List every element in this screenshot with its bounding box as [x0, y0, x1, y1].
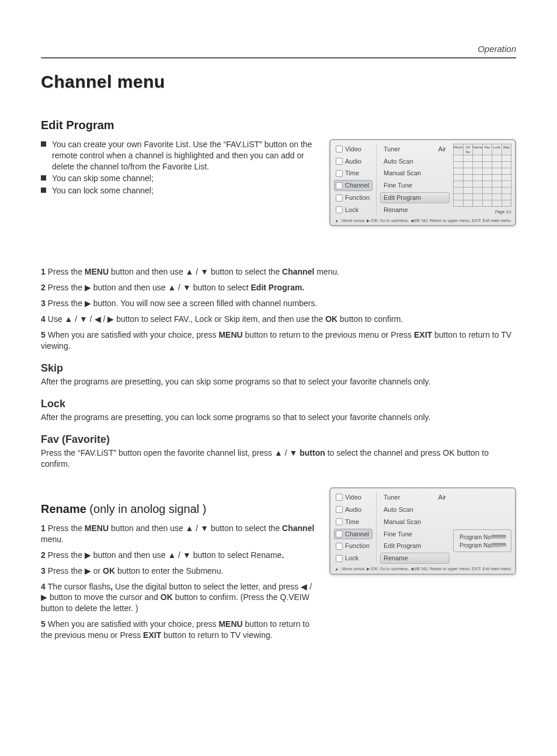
osd-grid-header: Name [472, 144, 482, 155]
bullet-icon [41, 141, 46, 147]
section-header: Operation [41, 43, 516, 57]
heading-lock: Lock [41, 397, 516, 411]
osd-grid: MusicCh NoNameFavLockSkip Page 1/1 [453, 144, 511, 216]
osd-main-item: Edit Program [380, 192, 450, 203]
heading-edit-program: Edit Program [41, 117, 516, 133]
osd-sidebar-item-channel: Channel [334, 529, 373, 540]
menu-icon [336, 206, 343, 213]
body-lock: After the programs are presetting, you c… [41, 412, 516, 423]
menu-icon [336, 494, 343, 501]
menu-icon [336, 530, 343, 537]
osd-sidebar-item-channel: Channel [334, 180, 373, 191]
osd-sidebar-label: Function [345, 542, 370, 550]
menu-icon [336, 543, 343, 550]
osd-info-row: Program No [457, 533, 507, 540]
osd-main-value: Air [438, 493, 446, 502]
osd-main-item: Rename [380, 553, 450, 564]
osd-main-label: Edit Program [384, 193, 421, 202]
osd-panel-2: VideoAudioTimeChannelFunctionLock TunerA… [329, 487, 516, 575]
step-text: Press the MENU button and then use ▲ / ▼… [48, 267, 339, 276]
osd-info-row: Program Name [457, 542, 507, 548]
osd-main-label: Auto Scan [384, 157, 413, 166]
osd-grid-row [453, 188, 511, 194]
osd-sidebar-item-video: Video [334, 144, 373, 155]
osd-main-label: Fine Tune [384, 530, 412, 539]
bullet-icon [41, 175, 46, 181]
osd-main-item: TunerAir [380, 492, 450, 503]
osd-main-label: Manual Scan [384, 518, 421, 526]
osd-sidebar-label: Channel [345, 530, 369, 539]
menu-icon [336, 145, 343, 152]
osd-main-item: TunerAir [380, 144, 450, 155]
osd-main-label: Tuner [384, 145, 400, 154]
osd-main-label: Rename [384, 206, 408, 214]
osd-sidebar-label: Time [345, 518, 359, 526]
osd-grid-row [453, 155, 511, 162]
osd-grid-row [453, 168, 511, 175]
osd-main-label: Auto Scan [384, 505, 413, 514]
menu-icon [336, 518, 343, 525]
osd-sidebar-label: Audio [345, 157, 361, 166]
osd-sidebar-label: Channel [345, 181, 369, 190]
osd-grid-row [453, 194, 511, 200]
osd-help-text: ▲ : Move cursor, ▶ /OK: Go to submenu, ◀… [334, 564, 511, 571]
osd-main-label: Fine Tune [384, 181, 412, 190]
osd-grid-row [453, 181, 511, 188]
bullet-icon [41, 188, 46, 193]
step-list-edit-program: 1Press the MENU button and then use ▲ / … [41, 266, 516, 351]
osd-grid-header: Ch No [463, 144, 472, 155]
osd-sidebar-item-function: Function [334, 540, 373, 552]
menu-icon [336, 195, 343, 202]
step-text: Press the ▶ button. You will now see a s… [48, 299, 318, 308]
heading-rename: Rename (only in anolog signal ) [41, 501, 318, 517]
step-text: Press the ▶ button and then use ▲ / ▼ bu… [48, 550, 284, 560]
step-text: When you are satisfied with your choice,… [41, 330, 511, 351]
body-skip: After the programs are presetting, you c… [41, 376, 516, 387]
osd-sidebar: VideoAudioTimeChannelFunctionLock [334, 144, 373, 216]
osd-main-list: TunerAirAuto ScanManual ScanFine TuneEdi… [376, 144, 450, 216]
osd-grid-header: Fav [482, 144, 492, 155]
osd-sidebar-item-video: Video [334, 492, 373, 503]
step-text: When you are satisfied with your choice,… [41, 619, 309, 640]
step-text: Press the MENU button and then use ▲ / ▼… [41, 523, 314, 544]
osd-sidebar-item-time: Time [334, 516, 373, 528]
header-rule [41, 57, 516, 58]
osd-sidebar-label: Video [345, 493, 361, 502]
osd-main-item: Rename [380, 204, 450, 216]
heading-fav: Fav (Favorite) [41, 432, 516, 446]
osd-sidebar-item-lock: Lock [334, 204, 373, 216]
osd-grid-header: Lock [492, 144, 501, 155]
bullet-text: You can skip some channel; [52, 173, 154, 184]
menu-icon [336, 158, 343, 165]
osd-sidebar-item-time: Time [334, 168, 373, 179]
step-text: The cursor flashs, Use the digital butto… [41, 582, 312, 613]
osd-panel-1: VideoAudioTimeChannelFunctionLock TunerA… [329, 139, 516, 227]
menu-icon [336, 170, 343, 177]
menu-icon [336, 182, 343, 189]
osd-info-panel: Program NoProgram Name [453, 492, 511, 564]
osd-main-item: Auto Scan [380, 504, 450, 515]
step-text: Press the ▶ button and then use ▲ / ▼ bu… [48, 283, 305, 292]
step-text: Use ▲ / ▼ / ◀ / ▶ button to select FAV.,… [48, 314, 403, 324]
osd-sidebar-label: Audio [345, 505, 361, 514]
osd-help-text: ▲ : Move cursor, ▶ /OK: Go to submenu, ◀… [334, 216, 511, 223]
osd-main-label: Edit Program [384, 542, 421, 550]
body-fav: Press the “FAV.LiST” button open the fav… [41, 448, 516, 470]
osd-sidebar-item-audio: Audio [334, 504, 373, 515]
bullet-text: You can create your own Favorite List. U… [52, 139, 318, 172]
step-list-rename: 1Press the MENU button and then use ▲ / … [41, 523, 318, 641]
osd-main-item: Fine Tune [380, 529, 450, 540]
osd-sidebar-label: Video [345, 145, 361, 154]
osd-main-item: Edit Program [380, 540, 450, 552]
osd-main-list: TunerAirAuto ScanManual ScanFine TuneEdi… [376, 492, 450, 564]
osd-sidebar-item-function: Function [334, 192, 373, 203]
bullet-list: You can create your own Favorite List. U… [41, 139, 318, 196]
osd-main-item: Manual Scan [380, 516, 450, 528]
osd-main-label: Tuner [384, 493, 400, 502]
step-text: Press the ▶ or OK button to enter the Su… [48, 566, 224, 575]
osd-main-label: Manual Scan [384, 169, 421, 178]
osd-sidebar: VideoAudioTimeChannelFunctionLock [334, 492, 373, 564]
osd-main-value: Air [438, 145, 446, 154]
osd-main-item: Fine Tune [380, 180, 450, 191]
osd-grid-header: Skip [502, 144, 511, 155]
